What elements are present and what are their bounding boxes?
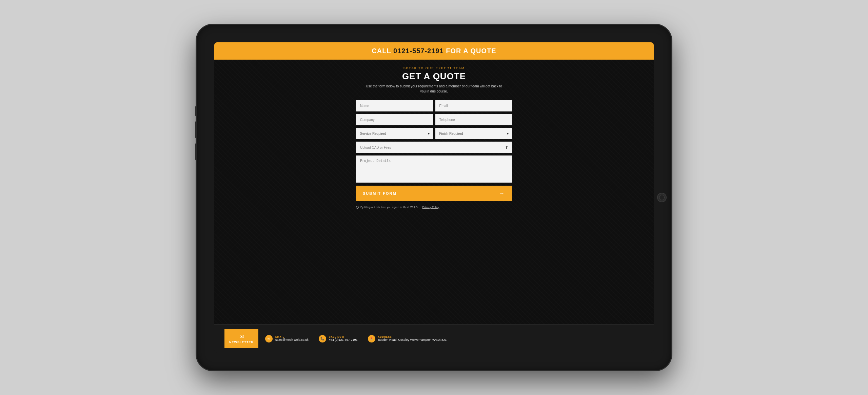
address-value: Budden Road, Coseley Wolverhampton WV14 … xyxy=(378,338,447,341)
phone-icon: 📞 xyxy=(319,335,326,342)
privacy-notice: By filling out this form you agree to Me… xyxy=(356,206,512,209)
service-required-select[interactable]: Service Required Welding Fabrication xyxy=(356,128,433,139)
name-input[interactable] xyxy=(356,100,433,111)
address-info: ADDRESS Budden Road, Coseley Wolverhampt… xyxy=(378,336,447,341)
call-now-label: CALL NOW xyxy=(329,336,358,338)
upload-placeholder-text: Upload CAD or Files xyxy=(360,146,391,149)
upload-field[interactable]: Upload CAD or Files xyxy=(356,142,512,153)
form-row-3: Service Required Welding Fabrication ▾ F… xyxy=(356,128,512,139)
content-overlay: SPEAK TO OUR EXPERT TEAM GET A QUOTE Use… xyxy=(214,60,654,324)
side-button-mute xyxy=(195,106,197,116)
email-label: EMAIL xyxy=(275,336,309,338)
privacy-policy-link[interactable]: Privacy Policy xyxy=(422,206,439,209)
contact-phone: 📞 CALL NOW +44 (0)121-557-2191 xyxy=(319,335,358,342)
email-value: sales@mesh-weld.co.uk xyxy=(275,338,309,341)
privacy-dot-icon xyxy=(356,206,359,209)
submit-label: SUBMIT FORM xyxy=(363,191,397,195)
finish-required-select[interactable]: Finish Required Galvanized Painted xyxy=(435,128,512,139)
privacy-text-content: By filling out this form you agree to Me… xyxy=(360,206,418,209)
page-title: GET A QUOTE xyxy=(402,71,466,82)
envelope-icon: ✉ xyxy=(239,333,244,340)
form-row-1 xyxy=(356,100,512,111)
side-button-volume-up xyxy=(195,121,197,138)
call-phone: 0121-557-2191 xyxy=(393,47,444,55)
newsletter-label: NEWSLETTER xyxy=(229,340,254,344)
project-details-input[interactable] xyxy=(356,155,512,183)
submit-arrow-icon: → xyxy=(499,190,505,196)
footer-section: ✉ NEWSLETTER ✉ EMAIL sales@mesh-weld.co.… xyxy=(214,324,654,353)
phone-info: CALL NOW +44 (0)121-557-2191 xyxy=(329,336,358,341)
quote-form: Service Required Welding Fabrication ▾ F… xyxy=(356,100,512,209)
side-button-volume-down xyxy=(195,143,197,160)
email-info: EMAIL sales@mesh-weld.co.uk xyxy=(275,336,309,341)
location-icon: 📍 xyxy=(368,335,375,342)
upload-icon: ⬆ xyxy=(505,145,509,150)
call-banner: CALL 0121-557-2191 FOR A QUOTE xyxy=(214,42,654,60)
email-input[interactable] xyxy=(435,100,512,111)
telephone-input[interactable] xyxy=(435,114,512,125)
call-suffix: FOR A QUOTE xyxy=(444,47,496,55)
tablet-frame: CALL 0121-557-2191 FOR A QUOTE SPEAK TO … xyxy=(197,25,671,370)
address-label: ADDRESS xyxy=(378,336,447,338)
home-button[interactable] xyxy=(657,193,667,202)
screen-content: CALL 0121-557-2191 FOR A QUOTE SPEAK TO … xyxy=(214,42,654,353)
call-banner-text: CALL 0121-557-2191 FOR A QUOTE xyxy=(221,47,647,55)
call-value: +44 (0)121-557-2191 xyxy=(329,338,358,341)
company-input[interactable] xyxy=(356,114,433,125)
email-icon: ✉ xyxy=(265,335,273,342)
form-row-textarea xyxy=(356,155,512,183)
contact-address: 📍 ADDRESS Budden Road, Coseley Wolverham… xyxy=(368,335,447,342)
main-section: SPEAK TO OUR EXPERT TEAM GET A QUOTE Use… xyxy=(214,60,654,324)
newsletter-box[interactable]: ✉ NEWSLETTER xyxy=(224,329,258,348)
call-prefix: CALL xyxy=(372,47,393,55)
home-button-inner xyxy=(659,195,665,200)
form-row-upload: Upload CAD or Files ⬆ xyxy=(356,142,512,153)
page-subtitle: Use the form below to submit your requir… xyxy=(363,84,505,94)
finish-required-wrapper: Finish Required Galvanized Painted ▾ xyxy=(435,128,512,139)
service-required-wrapper: Service Required Welding Fabrication ▾ xyxy=(356,128,433,139)
tablet-device: CALL 0121-557-2191 FOR A QUOTE SPEAK TO … xyxy=(197,25,671,370)
speak-label: SPEAK TO OUR EXPERT TEAM xyxy=(403,66,465,70)
submit-button[interactable]: SUBMIT FORM → xyxy=(356,186,512,201)
contact-email: ✉ EMAIL sales@mesh-weld.co.uk xyxy=(265,335,309,342)
tablet-screen: CALL 0121-557-2191 FOR A QUOTE SPEAK TO … xyxy=(214,42,654,353)
footer-contact: ✉ EMAIL sales@mesh-weld.co.uk 📞 CALL NOW xyxy=(265,335,447,342)
form-row-2 xyxy=(356,114,512,125)
